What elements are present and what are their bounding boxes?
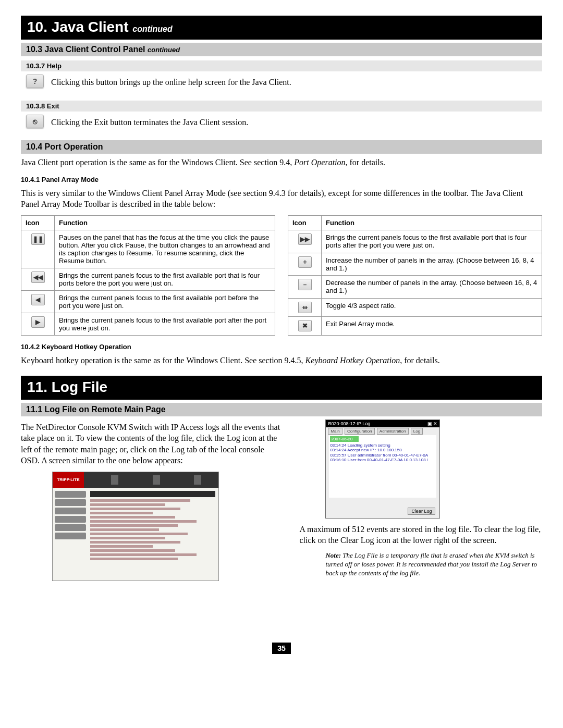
table-row: ◀◀Brings the current panels focus to the…: [21, 268, 275, 290]
table-row: ⇔Toggle 4/3 aspect ratio.: [288, 299, 542, 317]
osd-log-line: 03:14:24 Loading system setting: [330, 443, 435, 448]
osd-title: B020-008-17-IP Log: [328, 421, 370, 426]
back1-icon: ◀: [31, 294, 45, 305]
back4-icon: ◀◀: [31, 272, 45, 283]
table-row: ＋Increase the number of panels in the ar…: [288, 253, 542, 276]
th-function: Function: [322, 215, 542, 230]
table-row: ◀Brings the current panels focus to the …: [21, 290, 275, 313]
osd-tabs: Main Configuration Administration Log: [326, 427, 439, 435]
table-row: ▶Brings the current panels focus to the …: [21, 313, 275, 335]
page-number: 35: [21, 644, 542, 653]
osd-log-line: 03:16:10 User from 00-40-01-47-E7-0A 10.…: [330, 458, 435, 463]
section-continued: continued: [148, 46, 180, 54]
log-screenshot-main: TRIPP·LITE: [52, 472, 219, 581]
th-function: Function: [55, 215, 275, 230]
sub-10-4-2-text: Keyboard hotkey operation is the same as…: [21, 355, 542, 366]
clear-log-button: Clear Log: [408, 508, 435, 515]
section-11-1-heading: 11.1 Log File on Remote Main Page: [21, 403, 542, 416]
osd-window-controls: ▣ ✕: [427, 421, 438, 426]
osd-log-line: 03:15:57 User administrator from 00-40-0…: [330, 453, 435, 458]
log-para-1: The NetDirector Console KVM Switch with …: [21, 422, 284, 466]
func-text: Brings the current panels focus to the f…: [55, 290, 275, 313]
table-row: ✖Exit Panel Array mode.: [288, 317, 542, 336]
panel-array-table-right: Icon Function ▶▶Brings the current panel…: [288, 215, 542, 336]
note-label: Note:: [325, 551, 341, 559]
help-icon: ?: [26, 75, 44, 88]
section-10-4-text: Java Client port operation is the same a…: [21, 157, 542, 168]
help-text: Clicking this button brings up the onlin…: [51, 77, 291, 88]
panel-array-table-left: Icon Function ❚❚Pauses on the panel that…: [21, 215, 275, 336]
section-10-3-heading: 10.3 Java Client Control Panel continued: [21, 43, 542, 56]
log-para-2: A maximum of 512 events are stored in th…: [299, 524, 542, 546]
table-row: －Decrease the number of panels in the ar…: [288, 276, 542, 299]
func-text: Exit Panel Array mode.: [322, 317, 542, 336]
aspect-icon: ⇔: [298, 302, 312, 313]
chapter-10-heading: 10. Java Client continued: [21, 16, 542, 40]
osd-tab: Main: [328, 428, 342, 435]
th-icon: Icon: [288, 215, 322, 230]
func-text: Increase the number of panels in the arr…: [322, 253, 542, 276]
log-screenshot-osd: B020-008-17-IP Log▣ ✕ Main Configuration…: [325, 419, 440, 519]
sub-10-4-1-text: This is very similar to the Windows Clie…: [21, 188, 542, 210]
sub-10-3-7-heading: 10.3.7 Help: [21, 60, 542, 71]
th-icon: Icon: [21, 215, 55, 230]
exit-icon: ⎋: [26, 115, 44, 128]
sub-10-3-8-heading: 10.3.8 Exit: [21, 101, 542, 112]
osd-log-line: 03:14:24 Accept new IP : 10.0.100.150: [330, 448, 435, 453]
minus-icon: －: [298, 279, 312, 290]
func-text: Brings the current panels focus to the f…: [55, 313, 275, 335]
log-note: Note: The Log File is a temporary file t…: [325, 551, 542, 578]
sub-10-4-2-heading: 10.4.2 Keyboard Hotkey Operation: [21, 343, 542, 351]
osd-tab: Log: [411, 428, 423, 435]
osd-date: 2007-06-20: [330, 436, 359, 442]
exit-text: Clicking the Exit button terminates the …: [51, 117, 248, 128]
section-title: 10.3 Java Client Control Panel: [26, 45, 145, 54]
table-row: ▶▶Brings the current panels focus to the…: [288, 230, 542, 253]
func-text: Decrease the number of panels in the arr…: [322, 276, 542, 299]
fwd4-icon: ▶▶: [298, 233, 312, 245]
pause-icon: ❚❚: [31, 233, 45, 245]
close-icon: ✖: [298, 320, 312, 331]
section-10-4-heading: 10.4 Port Operation: [21, 140, 542, 154]
func-text: Brings the current panels focus to the f…: [55, 268, 275, 290]
chapter-continued: continued: [132, 24, 172, 33]
note-text: The Log File is a temporary file that is…: [325, 551, 537, 577]
fwd1-icon: ▶: [31, 316, 45, 328]
chapter-title: 10. Java Client: [27, 19, 129, 35]
panel-array-tables: Icon Function ❚❚Pauses on the panel that…: [21, 215, 542, 336]
func-text: Pauses on the panel that has the focus a…: [55, 230, 275, 268]
brand-logo: TRIPP·LITE: [53, 472, 84, 488]
plus-icon: ＋: [298, 256, 312, 268]
osd-tab: Configuration: [345, 428, 375, 435]
func-text: Brings the current panels focus to the f…: [322, 230, 542, 253]
func-text: Toggle 4/3 aspect ratio.: [322, 299, 542, 317]
sub-10-4-1-heading: 10.4.1 Panel Array Mode: [21, 176, 542, 183]
table-row: ❚❚Pauses on the panel that has the focus…: [21, 230, 275, 268]
chapter-11-heading: 11. Log File: [21, 376, 542, 400]
osd-tab: Administration: [377, 428, 409, 435]
